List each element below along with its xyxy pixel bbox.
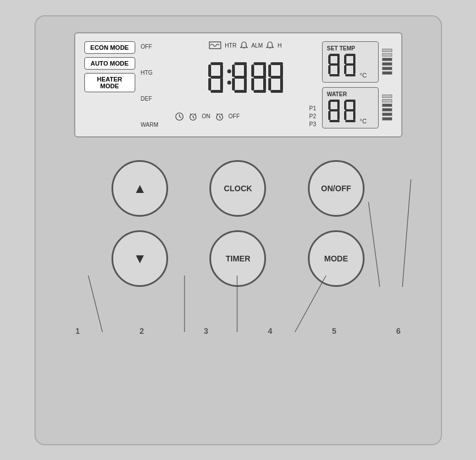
svg-line-36 (193, 117, 194, 118)
htr-label: HTR (225, 42, 237, 49)
bar-seg-5 (382, 67, 392, 70)
water-bar-seg-6 (382, 117, 392, 121)
off-label: OFF (229, 113, 240, 119)
svg-rect-23 (254, 90, 266, 93)
p2-label: P2 (309, 113, 316, 121)
svg-rect-64 (329, 120, 340, 122)
svg-rect-57 (345, 74, 355, 76)
set-temp-section: SET TEMP (322, 41, 392, 83)
set-temp-display: SET TEMP (322, 41, 379, 83)
svg-line-72 (88, 276, 102, 332)
svg-rect-70 (353, 111, 355, 120)
bar-seg-3 (382, 58, 392, 61)
water-temp-bar (382, 94, 392, 121)
svg-line-77 (402, 179, 411, 287)
mode-button-btn[interactable]: MODE (308, 230, 364, 287)
water-temp-display: WATER (322, 87, 379, 128)
svg-rect-56 (353, 65, 355, 74)
bar-seg-6 (382, 71, 392, 75)
svg-point-9 (227, 80, 231, 84)
alm-label: ALM (251, 42, 263, 49)
econ-mode-button[interactable]: ECON MODE (84, 41, 135, 54)
svg-line-37 (190, 114, 191, 115)
svg-line-43 (221, 114, 222, 115)
water-bar-seg-1 (382, 94, 392, 98)
svg-rect-2 (208, 65, 211, 77)
on-label: ON (202, 113, 211, 119)
set-temp-unit: °C (360, 72, 367, 79)
device-panel: ECON MODE AUTO MODE HEATER MODE OFF HTG … (35, 15, 442, 445)
svg-rect-3 (220, 65, 223, 77)
icons-row: HTR ALM H (209, 41, 281, 50)
bar-seg-2 (382, 53, 392, 57)
svg-rect-21 (251, 78, 254, 91)
p1-label: P1 (309, 105, 316, 113)
lcd-center-section: HTR ALM H (175, 41, 316, 128)
svg-rect-14 (232, 78, 235, 91)
onoff-button[interactable]: ON/OFF (308, 160, 364, 217)
svg-rect-50 (329, 74, 340, 76)
alm-icon (240, 41, 248, 50)
svg-rect-28 (268, 78, 271, 91)
p-labels: P1 P2 P3 (309, 105, 316, 128)
svg-rect-53 (353, 55, 355, 64)
buttons-area: ▲ CLOCK ON/OFF ▼ TIMER MODE (102, 160, 374, 287)
svg-rect-16 (234, 90, 247, 93)
water-temp-label: WATER (327, 91, 374, 97)
svg-rect-62 (328, 111, 331, 120)
svg-rect-26 (280, 65, 283, 77)
svg-rect-11 (232, 65, 235, 77)
lcd-display: ECON MODE AUTO MODE HEATER MODE OFF HTG … (74, 32, 402, 137)
svg-line-42 (217, 114, 218, 115)
status-off: OFF (141, 44, 169, 50)
svg-rect-15 (244, 78, 247, 91)
svg-rect-5 (208, 78, 211, 91)
h-label: H (277, 42, 281, 49)
lcd-right-section: SET TEMP (322, 41, 392, 128)
svg-rect-55 (344, 65, 346, 74)
water-bar-seg-4 (382, 108, 392, 111)
callout-area: 1 2 3 4 5 6 (46, 293, 431, 338)
water-bar-seg-3 (382, 104, 392, 107)
svg-rect-69 (344, 111, 346, 120)
svg-rect-46 (337, 55, 340, 64)
svg-rect-49 (337, 65, 340, 74)
svg-rect-52 (344, 55, 346, 64)
water-bar-seg-5 (382, 113, 392, 116)
p3-label: P3 (309, 121, 316, 128)
status-warm: WARM (141, 122, 169, 128)
status-def: DEF (141, 96, 169, 102)
svg-rect-67 (353, 101, 355, 110)
svg-rect-45 (328, 55, 331, 64)
svg-line-41 (220, 117, 221, 118)
svg-rect-19 (263, 65, 266, 77)
bar-seg-1 (382, 49, 392, 52)
heater-mode-button[interactable]: HEATER MODE (84, 73, 135, 92)
timer-button[interactable]: TIMER (209, 230, 266, 287)
svg-rect-71 (345, 120, 355, 122)
up-button[interactable]: ▲ (112, 160, 168, 217)
set-temp-label: SET TEMP (327, 45, 374, 51)
svg-line-38 (195, 114, 196, 115)
bar-seg-4 (382, 62, 392, 66)
water-temp-unit: °C (360, 118, 367, 124)
lcd-left-section: ECON MODE AUTO MODE HEATER MODE (84, 41, 135, 128)
svg-rect-29 (280, 78, 283, 91)
svg-rect-18 (251, 65, 254, 77)
svg-rect-63 (337, 111, 340, 120)
auto-mode-button[interactable]: AUTO MODE (84, 57, 135, 70)
htr-icon (209, 41, 221, 50)
alarm-h-icon (266, 41, 274, 50)
clock-button[interactable]: CLOCK (209, 160, 266, 217)
svg-rect-22 (263, 78, 266, 91)
clock-icons: ON OFF (175, 112, 240, 121)
main-time-display (206, 60, 285, 94)
down-button[interactable]: ▼ (112, 230, 168, 287)
water-temp-section: WATER (322, 87, 392, 128)
svg-rect-59 (328, 101, 331, 110)
svg-rect-7 (211, 90, 223, 93)
svg-rect-25 (268, 65, 271, 77)
svg-line-33 (179, 117, 181, 118)
svg-rect-48 (328, 65, 331, 74)
lcd-bottom-row: ON OFF P1 P2 P3 (175, 102, 316, 128)
